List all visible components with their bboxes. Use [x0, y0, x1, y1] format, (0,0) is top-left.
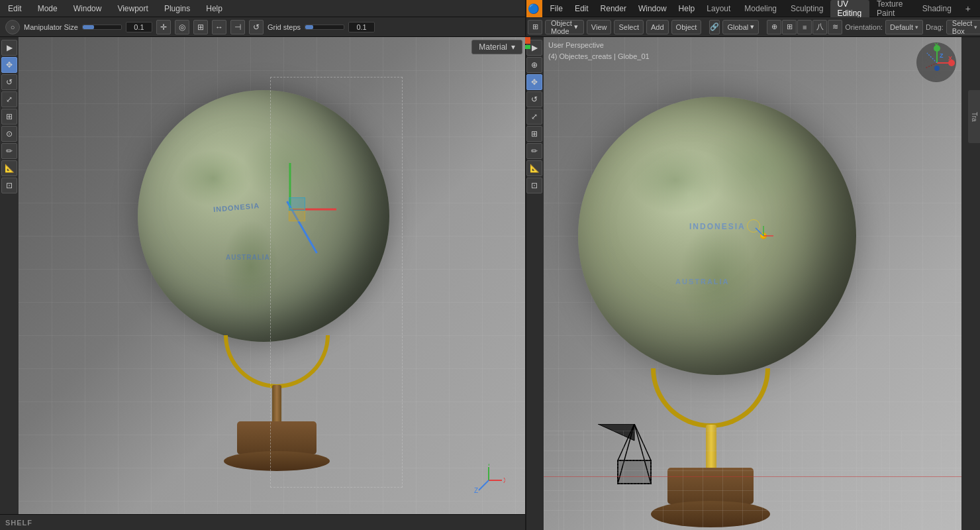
menu-window[interactable]: Window	[71, 3, 105, 15]
cursor-tool[interactable]: ⊙	[1, 126, 17, 142]
globe-viewport-left: INDONESIA AUSTRALIA Material ▾	[19, 37, 525, 517]
menu-mode[interactable]: Mode	[35, 3, 60, 15]
select-tool[interactable]: ▶	[1, 40, 17, 56]
manipulator-value[interactable]: 0.1	[126, 22, 152, 32]
status-text: SHELF	[5, 519, 32, 527]
select-box-dropdown[interactable]: Select Box ▾	[946, 20, 980, 34]
svg-point-12	[934, 66, 940, 71]
tab-texture-paint[interactable]: Texture Paint	[870, 0, 915, 17]
r-measure-tool[interactable]: 📐	[526, 160, 542, 176]
tab-plus[interactable]: +	[959, 0, 977, 17]
tab-layout[interactable]: Layout	[700, 0, 737, 17]
title-menu-file[interactable]: File	[545, 2, 568, 15]
grid-slider[interactable]	[305, 25, 344, 30]
material-dropdown[interactable]: Material ▾	[471, 40, 522, 54]
header-icon-transform-1[interactable]: ⊕	[767, 20, 781, 34]
menu-plugins[interactable]: Plugins	[162, 3, 193, 15]
grid-value[interactable]: 0.1	[348, 22, 375, 32]
tab-sculpting[interactable]: Sculpting	[784, 0, 830, 17]
header-icon-transform-3[interactable]: ≡	[797, 20, 812, 34]
measure-tool[interactable]: 📐	[1, 160, 17, 176]
global-chevron-icon: ▾	[750, 23, 754, 31]
object-mode-dropdown[interactable]: Object Mode ▾	[545, 20, 584, 34]
manipulator-slider-wrap	[82, 25, 122, 30]
rotate-tool[interactable]: ↺	[1, 74, 17, 90]
add-menu-btn[interactable]: Add	[646, 20, 669, 34]
toolbar-circle-icon[interactable]: ○	[5, 20, 20, 34]
right-viewport: ▶ ⊕ ✥ ↺ ⤢ ⊞ ✏ 📐 ⊡ User Perspective (4) O…	[525, 37, 980, 530]
svg-text:Z: Z	[940, 52, 944, 59]
svg-text:Z: Z	[474, 487, 478, 494]
link-icon[interactable]: 🔗	[709, 20, 720, 34]
grid-floor-right	[544, 431, 961, 530]
title-menu-render[interactable]: Render	[595, 2, 632, 15]
tab-shading[interactable]: Shading	[916, 0, 958, 17]
grid-red-line	[544, 476, 961, 477]
grid-label: Grid steps	[268, 23, 301, 31]
scale-tool[interactable]: ⤢	[1, 91, 17, 107]
move-tool[interactable]: ✥	[1, 57, 17, 73]
svg-line-18	[756, 228, 763, 236]
transform-tool[interactable]: ⊞	[1, 109, 17, 125]
object-mode-label: Object Mode	[551, 19, 572, 35]
title-menu-help[interactable]: Help	[673, 2, 701, 15]
left-viewport: ▶ ✥ ↺ ⤢ ⊞ ⊙ ✏ 📐 ⊡ INDONESIA AUSTRALIA	[0, 37, 525, 517]
annotate-tool[interactable]: ✏	[1, 143, 17, 159]
header-icon-transform-5[interactable]: ≋	[828, 20, 842, 34]
transform-gizmo-left	[250, 170, 330, 249]
toolbar-refresh-icon[interactable]: ↺	[249, 20, 264, 34]
r-annotate-tool[interactable]: ✏	[526, 143, 542, 159]
grid-slider-wrap	[305, 25, 344, 30]
tab-uv-editing[interactable]: UV Editing	[830, 0, 869, 17]
header-icon-layout[interactable]: ⊞	[528, 20, 542, 34]
r-move-tool[interactable]: ✥	[526, 74, 542, 90]
r-crosshair-tool[interactable]: ⊕	[526, 57, 542, 73]
add-tool[interactable]: ⊡	[1, 178, 17, 193]
toolbar-bar-icon[interactable]: ⊣	[230, 20, 245, 34]
material-chevron-icon: ▾	[511, 42, 515, 52]
blender-logo-text: 🔵	[528, 3, 539, 14]
viewport-info: User Perspective (4) Objectes_creats | G…	[548, 40, 650, 62]
r-transform-tool[interactable]: ⊞	[526, 126, 542, 142]
orientation-dropdown[interactable]: Default ▾	[885, 20, 923, 34]
status-bar: SHELF	[0, 514, 525, 530]
header-icon-transform-2[interactable]: ⊞	[782, 20, 797, 34]
title-menu-window[interactable]: Window	[633, 2, 672, 15]
nav-gizmo-circle: X Y Z	[916, 42, 956, 82]
toolbar-plus-icon[interactable]: ✛	[156, 20, 171, 34]
toolbar-scale-icon[interactable]: ⊞	[193, 20, 208, 34]
globe-text-australia-right: AUSTRALIA	[675, 278, 730, 286]
svg-text:X: X	[503, 477, 505, 484]
orient-section: Orientation: Default ▾ Drag: Select Box …	[845, 20, 980, 34]
object-name-text: (4) Objectes_creats | Globe_01	[548, 51, 650, 62]
left-tool-strip: ▶ ✥ ↺ ⤢ ⊞ ⊙ ✏ 📐 ⊡	[0, 37, 19, 517]
title-menu-edit[interactable]: Edit	[569, 2, 594, 15]
title-menu-items: File Edit Render Window Help	[545, 2, 701, 15]
object-menu-btn[interactable]: Object	[671, 20, 702, 34]
tab-modeling[interactable]: Modeling	[738, 0, 783, 17]
global-dropdown[interactable]: Global ▾	[722, 20, 759, 34]
timeline-orange-marker	[525, 37, 530, 44]
header-icon-transform-4[interactable]: 八	[812, 20, 827, 34]
timeline-markers	[525, 37, 530, 49]
panel-divider	[525, 0, 526, 530]
nav-gizmo[interactable]: X Y Z	[916, 42, 956, 82]
menu-edit[interactable]: Edit	[5, 3, 24, 15]
toolbar-rot-icon[interactable]: ◎	[175, 20, 189, 34]
r-add-tool[interactable]: ⊡	[526, 178, 542, 193]
menu-viewport[interactable]: Viewport	[115, 3, 150, 15]
toolbar-arrow-icon[interactable]: ↔	[212, 20, 226, 34]
globe-text-indonesia-right: INDONESIA	[689, 222, 746, 231]
stand-foot-left	[224, 451, 330, 471]
select-box-label: Select Box	[952, 19, 973, 35]
select-menu-btn[interactable]: Select	[614, 20, 644, 34]
r-rotate-tool[interactable]: ↺	[526, 91, 542, 107]
stand-base-left	[237, 421, 317, 454]
svg-line-2	[479, 480, 489, 490]
n-panel-tab[interactable]: Tra	[968, 90, 980, 143]
blender-logo: 🔵	[525, 0, 542, 17]
r-scale-tool[interactable]: ⤢	[526, 109, 542, 125]
manipulator-slider[interactable]	[82, 25, 122, 30]
menu-help[interactable]: Help	[203, 3, 225, 15]
view-menu-btn[interactable]: View	[587, 20, 612, 34]
